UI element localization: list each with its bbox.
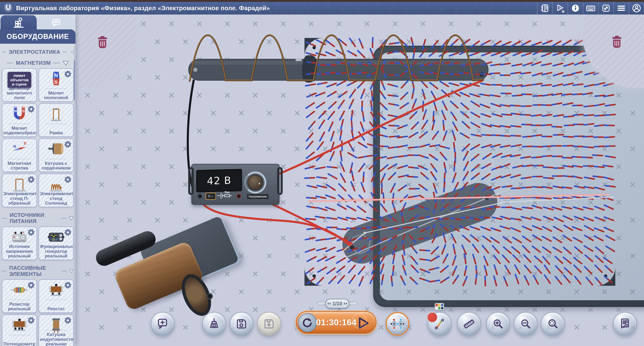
equipment-item-potentiometer[interactable]: Потенциометр xyxy=(2,315,37,346)
tab-equipment[interactable] xyxy=(0,15,37,29)
section-label: ПАССИВНЫЕ ЭЛЕМЕНТЫ xyxy=(9,265,59,277)
clear-scene-button[interactable] xyxy=(202,312,226,336)
settings-gear-icon[interactable] xyxy=(27,105,36,114)
settings-gear-icon[interactable] xyxy=(27,175,36,185)
settings-gear-icon[interactable] xyxy=(63,70,72,79)
equipment-item-rheostat[interactable]: Реостат xyxy=(38,279,74,313)
psu-handle-left xyxy=(188,167,194,195)
broom-icon xyxy=(208,318,220,330)
section-header-3[interactable]: ПАССИВНЫЕ ЭЛЕМЕНТЫ xyxy=(2,265,74,277)
collapse-triangle-icon[interactable] xyxy=(69,268,74,274)
voltage-knob[interactable] xyxy=(248,175,263,190)
svg-text:S: S xyxy=(22,109,24,113)
section-header-2[interactable]: ИСТОЧНИКИ ПИТАНИЯ xyxy=(2,212,74,224)
trash-icon xyxy=(610,35,623,49)
equipment-item-label: Электромагнитный стенд П-образный xyxy=(3,191,36,205)
tab-comments[interactable] xyxy=(37,16,75,29)
power-switch[interactable]: 0 – xyxy=(206,193,216,200)
user-profile-icon[interactable] xyxy=(629,2,644,14)
section-header-1[interactable]: МАГНЕТИЗМ xyxy=(2,60,74,66)
equipment-item-label: Источник напряжения реальный xyxy=(3,244,36,258)
collapse-triangle-icon[interactable] xyxy=(62,60,69,66)
equipment-item-stand-solenoid[interactable]: Электромагнитный стенд Соленоид xyxy=(38,174,74,207)
palette-color[interactable] xyxy=(436,304,438,306)
equipment-item-coil-core[interactable]: Катушка с сердечником xyxy=(38,139,74,172)
zoom-fit-button[interactable] xyxy=(541,312,564,336)
equipment-item-label: Функциональный генератор реальный xyxy=(40,244,72,258)
stand-solenoid-icon xyxy=(47,175,65,194)
trace-current-color[interactable] xyxy=(427,312,438,323)
expand-triangle-icon[interactable] xyxy=(70,49,74,55)
palette-color[interactable] xyxy=(436,307,438,310)
equipment-item-compass-needle[interactable]: NSМагнитная стрелка xyxy=(2,139,37,172)
coil-core-icon xyxy=(47,140,65,159)
equipment-sidebar: ОБОРУДОВАНИЕ ЭЛЕКТРОСТАТИКАМАГНЕТИЗМлими… xyxy=(0,14,76,346)
simulation-timer: 01:30:164 xyxy=(296,311,376,334)
knob-label: Напряжение xyxy=(247,194,268,199)
zoom-out-button[interactable] xyxy=(514,312,538,336)
terminal-negative[interactable] xyxy=(198,194,202,199)
speed-slider-track-left[interactable] xyxy=(318,302,326,305)
equipment-item-inductor[interactable]: Катушка индуктивности реальная xyxy=(38,315,74,346)
tutorial-play-icon[interactable] xyxy=(552,2,568,14)
settings-gear-icon[interactable] xyxy=(63,281,72,290)
equipment-item-label: Катушка индуктивности реальная xyxy=(40,332,72,346)
equipment-item-function-generator[interactable]: Функциональный генератор реальный xyxy=(38,227,74,260)
equipment-item-resistor[interactable]: Резистор реальный xyxy=(2,279,37,313)
keyboard-icon[interactable] xyxy=(583,2,598,14)
equipment-item-frame[interactable]: Рамка xyxy=(38,103,74,137)
palette-color[interactable] xyxy=(438,304,440,306)
frame-icon xyxy=(47,105,65,123)
equipment-item-field-detector[interactable]: лимитобъектовв сценеДетектор магнитного … xyxy=(2,68,37,102)
equipment-item-label: Магнит полосовой xyxy=(40,91,72,100)
equipment-item-label: Потенциометр xyxy=(3,342,36,346)
settings-gear-icon[interactable] xyxy=(63,316,72,326)
settings-gear-icon[interactable] xyxy=(63,228,72,238)
report-button[interactable] xyxy=(613,312,637,336)
speed-slider[interactable]: 1/10 xyxy=(325,299,349,308)
voltage-source-device[interactable]: 42 В 0 – Напряжение Rвн xyxy=(191,164,280,205)
save-scene-button[interactable] xyxy=(230,312,254,336)
palette-color[interactable] xyxy=(441,307,443,310)
coil-connector[interactable] xyxy=(206,293,213,300)
palette-color[interactable] xyxy=(441,304,443,306)
palette-color[interactable] xyxy=(438,307,440,310)
sidebar-title: ОБОРУДОВАНИЕ xyxy=(0,29,76,44)
speed-slider-track-right[interactable] xyxy=(349,302,358,305)
ruler-button[interactable] xyxy=(457,312,481,336)
settings-gear-icon[interactable] xyxy=(63,140,72,150)
equipment-item-horseshoe-magnet[interactable]: NSМагнит подковообразный xyxy=(2,103,37,137)
rewind-icon xyxy=(327,302,331,306)
section-header-0[interactable]: ЭЛЕКТРОСТАТИКА xyxy=(2,49,74,55)
journal-icon[interactable] xyxy=(537,2,552,14)
svg-text:N: N xyxy=(54,73,58,78)
battery-circuit-symbol: Rвн xyxy=(217,190,236,199)
timer-play-button[interactable] xyxy=(354,314,372,332)
settings-gear-icon[interactable] xyxy=(27,316,36,326)
floppy-save-icon xyxy=(236,318,248,330)
zoom-in-button[interactable] xyxy=(486,312,510,336)
trace-color-palette[interactable] xyxy=(435,303,444,310)
collapse-triangle-icon[interactable] xyxy=(69,215,74,221)
settings-gear-icon[interactable] xyxy=(27,281,36,290)
equipment-item-voltage-source[interactable]: –+RИсточник напряжения реальный xyxy=(2,227,37,260)
equipment-item-stand-p[interactable]: Электромагнитный стенд П-образный xyxy=(2,174,37,207)
equipment-grid: лимитобъектовв сценеДетектор магнитного … xyxy=(0,67,76,207)
settings-gear-icon[interactable] xyxy=(27,228,36,238)
fullscreen-icon[interactable] xyxy=(598,2,614,14)
settings-gear-icon[interactable] xyxy=(63,175,72,185)
compass-needle-icon: NS xyxy=(10,140,28,159)
equipment-item-label: Магнит подковообразный xyxy=(3,126,36,135)
timer-reset-button[interactable] xyxy=(298,313,317,332)
sidebar-scrollbar-thumb[interactable] xyxy=(74,60,75,100)
field-display-button[interactable] xyxy=(386,312,410,336)
hamburger-menu-icon[interactable] xyxy=(614,2,629,14)
psu-handle-right xyxy=(277,167,283,195)
add-comment-button[interactable] xyxy=(151,312,174,336)
reset-arrow-icon xyxy=(302,317,313,328)
terminal-positive[interactable] xyxy=(236,194,241,199)
load-scene-button[interactable] xyxy=(257,312,281,336)
info-icon[interactable] xyxy=(568,2,583,14)
equipment-item-label: Магнитная стрелка xyxy=(3,161,36,171)
equipment-item-bar-magnet[interactable]: NSМагнит полосовой xyxy=(38,68,74,102)
